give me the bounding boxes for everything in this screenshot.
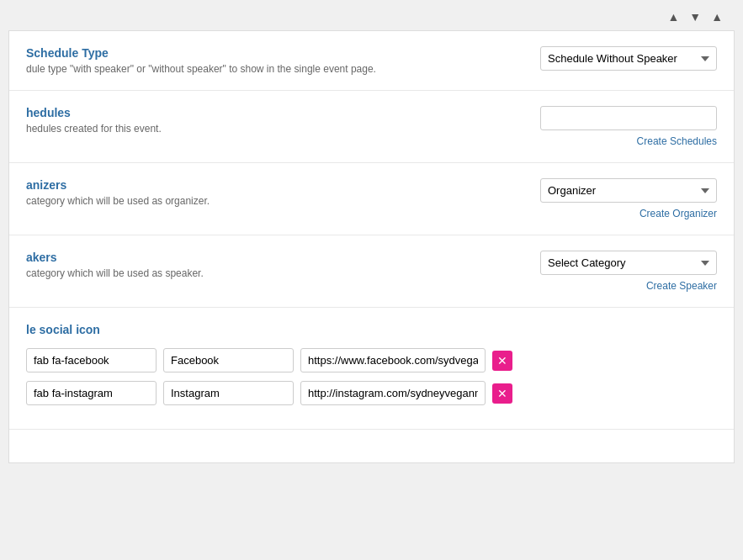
page-container: ▲ ▼ ▲ Schedule Type dule type "with spea… (0, 0, 743, 560)
organizers-left: anizers category which will be used as o… (26, 178, 523, 207)
speakers-left: akers category which will be used as spe… (26, 251, 523, 279)
schedule-type-left: Schedule Type dule type "with speaker" o… (26, 46, 523, 75)
speakers-select[interactable]: Select Category (540, 251, 717, 275)
schedule-type-right: Schedule Without Speaker Schedule With S… (540, 46, 717, 71)
organizers-desc: category which will be used as organizer… (26, 195, 447, 207)
social-label-input-2[interactable] (163, 381, 294, 405)
schedules-desc: hedules created for this event. (26, 123, 447, 135)
scroll-up-button[interactable]: ▲ (664, 8, 682, 25)
schedules-title: hedules (26, 106, 523, 119)
social-url-input-1[interactable] (300, 348, 486, 372)
remove-social-2-button[interactable]: ✕ (492, 383, 512, 404)
schedules-input[interactable] (540, 106, 717, 130)
top-controls: ▲ ▼ ▲ (0, 0, 743, 30)
organizers-select[interactable]: Organizer (540, 178, 717, 203)
organizers-title: anizers (26, 178, 523, 192)
speakers-right: Select Category Create Speaker (540, 251, 717, 292)
social-icon-input-1[interactable] (26, 348, 157, 372)
speakers-title: akers (26, 251, 523, 264)
social-row-facebook: ✕ (26, 348, 717, 372)
schedule-type-title: Schedule Type (26, 46, 523, 60)
organizers-right: Organizer Create Organizer (540, 178, 717, 219)
create-organizer-link[interactable]: Create Organizer (640, 208, 717, 219)
main-content: Schedule Type dule type "with speaker" o… (8, 30, 735, 463)
social-section: le social icon ✕ ✕ (9, 308, 734, 429)
social-icon-input-2[interactable] (26, 381, 157, 405)
schedules-left: hedules hedules created for this event. (26, 106, 523, 135)
schedules-right: Create Schedules (540, 106, 717, 147)
speakers-section: akers category which will be used as spe… (9, 235, 734, 308)
speakers-desc: category which will be used as speaker. (26, 267, 447, 279)
social-label-input-1[interactable] (163, 348, 294, 372)
schedule-type-section: Schedule Type dule type "with speaker" o… (9, 31, 734, 91)
remove-social-1-button[interactable]: ✕ (492, 351, 512, 371)
schedules-section: hedules hedules created for this event. … (9, 91, 734, 163)
schedule-type-select[interactable]: Schedule Without Speaker Schedule With S… (540, 46, 717, 71)
collapse-button[interactable]: ▲ (708, 8, 726, 25)
create-speaker-link[interactable]: Create Speaker (646, 280, 717, 292)
create-schedules-link[interactable]: Create Schedules (637, 135, 717, 147)
social-url-input-2[interactable] (300, 381, 486, 405)
footer-area (9, 429, 734, 462)
social-row-instagram: ✕ (26, 381, 717, 405)
schedule-type-desc: dule type "with speaker" or "without spe… (26, 63, 447, 75)
social-title: le social icon (26, 323, 717, 336)
scroll-down-button[interactable]: ▼ (686, 8, 704, 25)
organizers-section: anizers category which will be used as o… (9, 163, 734, 235)
